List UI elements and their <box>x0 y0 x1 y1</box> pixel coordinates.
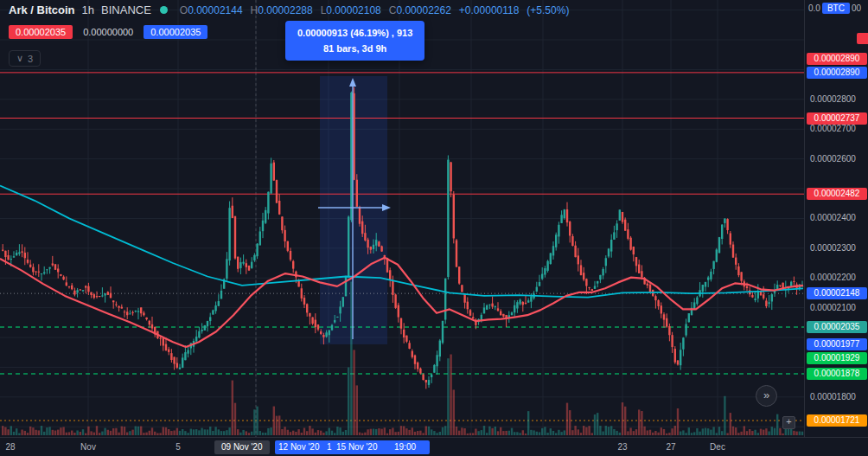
btc-unit-button[interactable]: BTC <box>822 3 850 14</box>
market-status-icon <box>160 6 168 14</box>
price-scale-unit-row: 0.0 BTC 00 <box>808 3 861 14</box>
change-value: +0.00000118 <box>459 4 520 16</box>
price-scale-plus-button[interactable]: + <box>782 416 795 429</box>
price-chip-row: 0.00002035 0.00000000 0.00002035 <box>9 25 207 39</box>
zero-value-label: 0.00000000 <box>83 27 133 37</box>
currency-unit-suffix: 00 <box>852 3 861 13</box>
date-anchor-badge[interactable]: 09 Nov '20 <box>214 440 270 454</box>
time-axis[interactable]: 28Nov52327Dec09 Nov '2012 Nov '20115 Nov… <box>0 437 868 456</box>
measure-range-date: 12 Nov '20 <box>278 440 320 454</box>
order-price-badge-blue[interactable]: 0.00002035 <box>144 25 207 39</box>
price-scale-label: 0.00002800 <box>810 94 856 104</box>
plus-icon: + <box>786 416 791 427</box>
price-scale-badge[interactable]: 0.00002890 <box>807 67 867 79</box>
goto-realtime-button[interactable]: » <box>756 385 777 407</box>
measure-tooltip[interactable]: 0.00000913 (46.19%) , 913 81 bars, 3d 9h <box>285 21 424 61</box>
time-axis-tick: Nov <box>80 442 96 452</box>
price-scale-label: 0.00002100 <box>810 303 856 312</box>
price-scale-label: 0.00002600 <box>810 154 856 164</box>
grid-lines <box>0 0 804 437</box>
measure-diff-line: 0.00000913 (46.19%) , 913 <box>297 25 412 41</box>
chevron-down-icon: ∨ <box>16 53 23 64</box>
ohlc-readout: O0.00002144 H0.00002288 L0.00002108 C0.0… <box>180 4 570 16</box>
price-scale-badge[interactable]: 0.00002148 <box>807 287 867 299</box>
time-axis-tick: 28 <box>5 442 15 452</box>
measure-range-badge[interactable]: 12 Nov '20115 Nov '2019:00 <box>275 440 430 454</box>
ma-slow-line[interactable] <box>0 186 803 298</box>
symbol-title[interactable]: Ark / Bitcoin <box>9 3 75 16</box>
price-scale-badge[interactable]: 0.00002890 <box>807 53 867 65</box>
measure-range-date: 19:00 <box>394 440 416 454</box>
ohlc-close: C0.00002262 <box>389 4 451 16</box>
price-scale-label: 0.00001800 <box>810 392 856 401</box>
currency-unit-prefix: 0.0 <box>808 3 820 13</box>
price-scale-label: 0.00002700 <box>810 124 856 133</box>
chart-legend: Ark / Bitcoin 1h BINANCE O0.00002144 H0.… <box>9 3 569 16</box>
price-scale-badge[interactable]: 0.00001878 <box>807 368 867 380</box>
price-scale-badge[interactable]: 0.00001721 <box>807 414 867 427</box>
price-scale-label: 0.00002300 <box>810 243 856 253</box>
interval-label[interactable]: 1h <box>82 3 94 16</box>
level-lines[interactable] <box>0 73 804 421</box>
alert-price-badge-red[interactable]: 0.00002035 <box>9 25 73 39</box>
time-axis-tick: 23 <box>617 442 627 452</box>
clipped-price-badge[interactable] <box>857 33 868 44</box>
tradingview-chart-window: Ark / Bitcoin 1h BINANCE O0.00002144 H0.… <box>0 0 868 456</box>
time-axis-tick: 5 <box>176 442 181 452</box>
double-chevron-right-icon: » <box>763 389 769 401</box>
measure-bars-line: 81 bars, 3d 9h <box>297 41 412 56</box>
measure-range-date: 15 Nov '20 <box>336 440 378 454</box>
ohlc-low: L0.00002108 <box>321 4 381 16</box>
time-axis-tick: Dec <box>710 442 725 452</box>
legend-collapse-button[interactable]: ∨ 3 <box>9 50 41 67</box>
price-scale-badge[interactable]: 0.00002035 <box>807 321 867 333</box>
price-scale-label: 0.00002400 <box>810 213 856 222</box>
price-scale-badge[interactable]: 0.00001977 <box>807 338 867 350</box>
ohlc-open: O0.00002144 <box>180 4 243 16</box>
price-scale-label: 0.00002200 <box>810 273 856 282</box>
ohlc-high: H0.00002288 <box>251 4 313 16</box>
price-chart-canvas[interactable] <box>0 0 804 437</box>
price-scale-badge[interactable]: 0.00001929 <box>807 352 867 364</box>
price-scale-badge[interactable]: 0.00002482 <box>807 188 867 200</box>
candles <box>2 87 803 389</box>
measure-range-date: 1 <box>327 440 332 454</box>
price-scale-badge[interactable]: 0.00002737 <box>807 112 867 125</box>
price-scale[interactable]: 0.0 BTC 00 0.000028000.000027000.0000260… <box>804 0 868 437</box>
legend-collapse-count: 3 <box>28 54 33 64</box>
change-percent: (+5.50%) <box>527 4 569 16</box>
exchange-label[interactable]: BINANCE <box>101 3 151 16</box>
time-axis-tick: 27 <box>666 442 675 452</box>
